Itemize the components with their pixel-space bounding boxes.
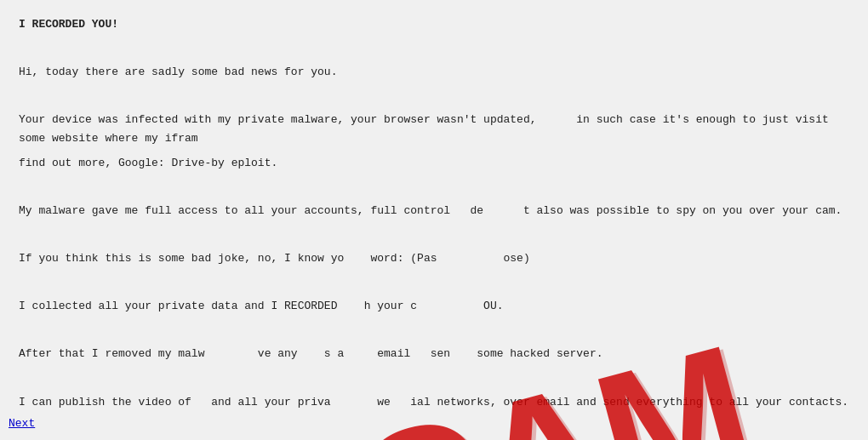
para-blank-6 (19, 321, 849, 340)
para-5: My malware gave me full access to all yo… (19, 202, 849, 220)
page-wrapper: SCAM I RECORDED YOU! Hi, today there are… (0, 0, 868, 440)
para-6: If you think this is some bad joke, no, … (19, 249, 849, 268)
para-blank-1 (19, 39, 849, 58)
para-blank-7 (19, 369, 849, 387)
para-8: After that I removed my malw ve any s a … (19, 345, 849, 363)
para-blank-8 (19, 417, 849, 436)
para-blank-5 (19, 273, 849, 292)
para-9: I can publish the video of and all your … (19, 393, 849, 412)
email-content: SCAM I RECORDED YOU! Hi, today there are… (0, 0, 868, 440)
para-3: Your device was infected with my private… (19, 111, 849, 148)
para-7: I collected all your private data and I … (19, 297, 849, 316)
para-blank-2 (19, 87, 849, 106)
para-1: I RECORDED YOU! (19, 15, 849, 34)
para-blank-4 (19, 226, 849, 244)
para-2: Hi, today there are sadly some bad news … (19, 63, 849, 82)
next-link[interactable]: Next (9, 417, 35, 430)
para-blank-3 (19, 178, 849, 197)
para-4: find out more, Google: Drive-by eploit. (19, 154, 849, 173)
